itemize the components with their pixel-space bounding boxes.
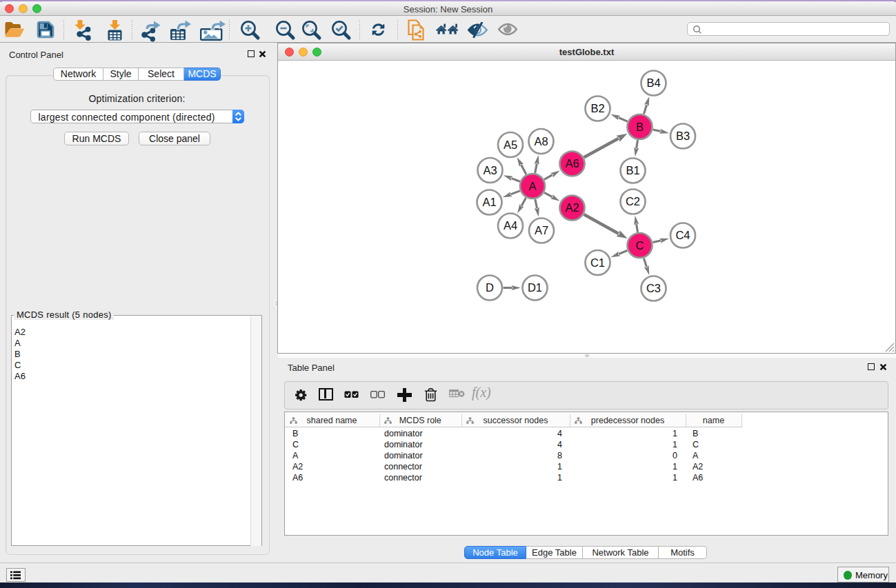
- svg-text:C4: C4: [675, 229, 690, 241]
- svg-text:D: D: [486, 281, 494, 294]
- svg-text:A1: A1: [482, 196, 496, 208]
- svg-text:B2: B2: [590, 102, 604, 114]
- svg-text:D1: D1: [528, 281, 542, 294]
- svg-text:A3: A3: [483, 164, 497, 176]
- svg-text:A6: A6: [565, 157, 579, 170]
- svg-text:A4: A4: [504, 219, 517, 232]
- svg-text:B: B: [636, 121, 644, 133]
- svg-text:A2: A2: [565, 201, 579, 214]
- svg-text:B1: B1: [626, 164, 639, 176]
- svg-text:A: A: [528, 180, 536, 192]
- svg-text:B4: B4: [646, 77, 660, 89]
- svg-text:C3: C3: [646, 282, 661, 294]
- svg-text:B3: B3: [676, 130, 690, 142]
- svg-text:A8: A8: [534, 135, 548, 148]
- svg-text:C1: C1: [590, 256, 605, 269]
- svg-text:A5: A5: [504, 139, 517, 151]
- svg-text:C2: C2: [626, 195, 640, 207]
- svg-text:C: C: [636, 239, 644, 252]
- svg-text:A7: A7: [535, 224, 548, 236]
